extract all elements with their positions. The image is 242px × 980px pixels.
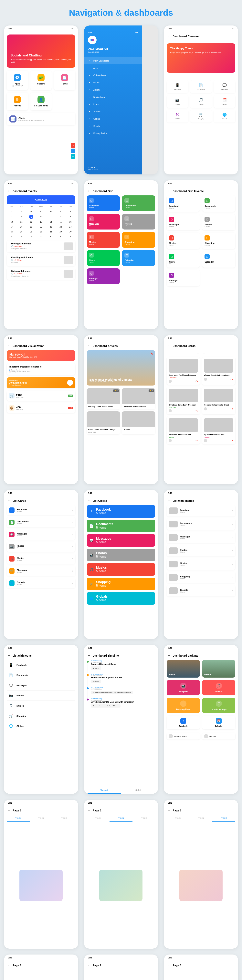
cal-day[interactable]: 20 bbox=[36, 225, 46, 229]
carousel-tile[interactable]: 📅News bbox=[214, 95, 235, 108]
list-item[interactable]: 📄Documents5 items bbox=[87, 520, 155, 532]
tab[interactable]: PAGE 3 bbox=[133, 815, 155, 822]
back-icon[interactable]: ← bbox=[87, 189, 91, 193]
drawer-item[interactable]: ▸Articles bbox=[84, 108, 142, 115]
drawer-item[interactable]: ▸Apps bbox=[84, 64, 142, 72]
cal-day[interactable]: 21 bbox=[46, 225, 56, 229]
variant-tile[interactable]: fFacebook bbox=[167, 716, 200, 729]
tab[interactable]: PAGE 2 bbox=[30, 815, 53, 822]
list-item[interactable]: Documents5 items› bbox=[167, 519, 235, 530]
carousel-tile[interactable]: 📄Documents bbox=[190, 80, 212, 93]
back-icon[interactable]: ← bbox=[167, 963, 171, 967]
stat-card[interactable]: 🛒2189Items in stock+54 bbox=[7, 391, 75, 401]
grid-tile[interactable]: ▢Documents5 items bbox=[202, 196, 235, 212]
drawer-item[interactable]: ▸Navigations bbox=[84, 93, 142, 100]
list-item[interactable]: 🎵Musics bbox=[7, 701, 75, 711]
dash-card[interactable]: Pleasant Colors In GardenNATURE♡ 🔖 bbox=[167, 416, 200, 444]
cal-day[interactable]: 5 bbox=[29, 215, 34, 219]
carousel-tile[interactable]: 🛒Shopping bbox=[190, 110, 212, 123]
grid-tile[interactable]: ▢Facebook5 items bbox=[167, 196, 200, 212]
promo-card[interactable]: Flat 50% OffList on tv store.\nGet Flat … bbox=[7, 350, 75, 361]
dash-card[interactable]: Morning Coffee Smells Sweet♡ 🔖 bbox=[202, 387, 235, 415]
cal-day[interactable]: 6 bbox=[36, 215, 46, 219]
cal-day[interactable]: 9 bbox=[66, 215, 75, 219]
grid-tile[interactable]: ▢Facebook5 items bbox=[87, 196, 120, 211]
dash-card[interactable]: Basic Inner Workings of CameraACTUALITY♡… bbox=[167, 357, 200, 385]
back-icon[interactable]: ← bbox=[87, 344, 91, 348]
list-item[interactable]: 📄Documents bbox=[7, 670, 75, 680]
cal-day[interactable]: 22 bbox=[56, 225, 66, 229]
carousel-tile[interactable]: 🎵Musics bbox=[190, 95, 212, 108]
cal-day[interactable]: 31 bbox=[46, 210, 56, 213]
back-icon[interactable]: ← bbox=[7, 499, 11, 503]
list-item[interactable]: 🌐Globals5 items› bbox=[7, 578, 75, 588]
drawer-item[interactable]: ▸Socials bbox=[84, 115, 142, 122]
list-item[interactable]: 💬Messages bbox=[7, 680, 75, 690]
list-item[interactable]: Messages5 items› bbox=[167, 532, 235, 543]
grid-tile[interactable]: ▢News5 items bbox=[167, 251, 200, 267]
back-icon[interactable]: ← bbox=[167, 499, 171, 503]
carousel-card[interactable]: The Happy Times Neque porro quisquam est… bbox=[167, 43, 235, 73]
list-item[interactable]: 📄Documents5 items› bbox=[7, 517, 75, 527]
variant-color[interactable]: 🎵Musics bbox=[202, 680, 235, 695]
cal-day[interactable]: 27 bbox=[36, 230, 46, 234]
cal-day[interactable]: 3 bbox=[26, 235, 36, 239]
dash-card[interactable]: Vintage Beauty In Decorations♡ 🔖 bbox=[202, 357, 235, 385]
cal-day[interactable]: 2 bbox=[66, 210, 75, 213]
dash-card[interactable]: Christmas Came Early This YearFREE TIME♡… bbox=[167, 387, 200, 415]
dash-tile[interactable]: 🧩Starters bbox=[30, 70, 52, 90]
cal-day[interactable]: 14 bbox=[46, 220, 56, 224]
share-icon[interactable]: ↗ bbox=[71, 143, 75, 148]
cal-day[interactable]: 15 bbox=[56, 220, 66, 224]
article-card[interactable]: 👍 26Pleasant Colors In Garden bbox=[122, 388, 155, 409]
drawer-item[interactable]: ▸Icons bbox=[84, 100, 142, 108]
article-card[interactable]: 👍 26Morning Coffee Smells Sweet bbox=[87, 388, 120, 409]
grid-tile[interactable]: ▢Settings5 items bbox=[167, 270, 200, 286]
bookmark-icon[interactable]: 🔖 bbox=[150, 352, 153, 355]
article-card[interactable]: Cedar Colors Never Out Of StyleJuly 1, 2… bbox=[87, 411, 120, 434]
list-item[interactable]: 🌐Globals bbox=[7, 721, 75, 731]
cal-day[interactable]: 1 bbox=[7, 235, 16, 239]
hero-card[interactable]: Socials and Chatting Build a customizabl… bbox=[7, 35, 75, 68]
timeline-badge[interactable]: Approved bbox=[91, 680, 101, 683]
back-icon[interactable]: ← bbox=[7, 189, 11, 193]
drawer-item[interactable]: ▸Forms bbox=[84, 79, 142, 86]
cal-day[interactable]: 5 bbox=[46, 235, 56, 239]
back-icon[interactable]: ← bbox=[7, 344, 11, 348]
cal-day[interactable]: 3 bbox=[7, 215, 16, 219]
back-icon[interactable]: ← bbox=[87, 499, 91, 503]
dash-tile[interactable]: ⚙Actions bbox=[7, 92, 28, 110]
list-item[interactable]: 🌐Globals5 items bbox=[87, 592, 155, 605]
cal-day[interactable]: 18 bbox=[16, 225, 26, 229]
back-icon[interactable]: ← bbox=[7, 808, 11, 813]
grid-tile[interactable]: ▢Shopping5 items bbox=[122, 232, 155, 248]
article-card[interactable]: Minimal... bbox=[122, 411, 155, 434]
back-icon[interactable]: ← bbox=[87, 963, 91, 967]
variant-photo[interactable]: Effects bbox=[167, 660, 200, 678]
cal-day[interactable]: 13 bbox=[36, 220, 46, 224]
list-item[interactable]: fFacebook5 items bbox=[87, 505, 155, 518]
tab-changed[interactable]: Changed bbox=[87, 787, 121, 794]
birthday-card[interactable]: Birthday BoyJonathan SmithProduct Design… bbox=[7, 377, 75, 388]
cal-day[interactable]: 10 bbox=[7, 220, 16, 224]
tab-styled[interactable]: Styled bbox=[121, 787, 155, 794]
variant-color[interactable]: 📷Instagram bbox=[167, 680, 200, 695]
article-hero[interactable]: 🔖 Basic Inner Workings of Camera ACTUALI… bbox=[87, 350, 155, 385]
carousel-tile[interactable]: 📷Photos bbox=[167, 95, 188, 108]
list-item[interactable]: 📷Photos5 items› bbox=[7, 541, 75, 552]
grid-tile[interactable]: ▢Photos5 items bbox=[202, 214, 235, 230]
grid-tile[interactable]: ▢Calendar5 items bbox=[122, 250, 155, 266]
dash-tile[interactable]: 👤Get user cards bbox=[30, 92, 52, 110]
cal-day[interactable]: 2 bbox=[16, 235, 26, 239]
cal-day[interactable]: 8 bbox=[56, 215, 66, 219]
cal-day[interactable]: 29 bbox=[26, 210, 36, 213]
cal-day[interactable]: 17 bbox=[7, 225, 16, 229]
list-item[interactable]: 💬Messages5 items bbox=[87, 534, 155, 547]
variant-tile[interactable]: 📅Calendar bbox=[202, 716, 235, 729]
meeting-card[interactable]: Important project meeting for all ▣ Zoom… bbox=[7, 363, 75, 375]
tab[interactable]: PAGE 1 bbox=[7, 815, 30, 822]
dash-tile[interactable]: 📄Forms bbox=[54, 70, 75, 90]
grid-tile[interactable]: ▢Messages5 items bbox=[87, 214, 120, 229]
back-icon[interactable]: ← bbox=[87, 654, 91, 657]
tab[interactable]: PAGE 1 bbox=[87, 815, 110, 822]
